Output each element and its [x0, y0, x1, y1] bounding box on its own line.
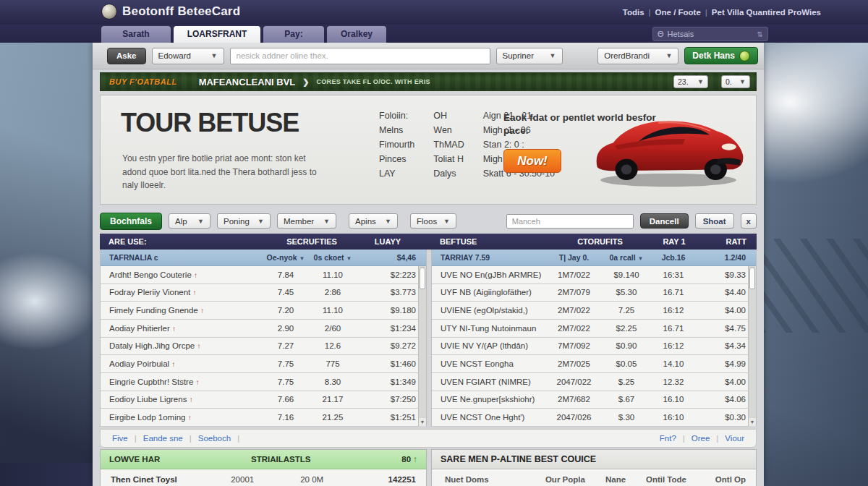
link-soeboch[interactable]: Soeboch: [198, 434, 231, 443]
col-ray1[interactable]: RAY 1: [652, 237, 696, 246]
best-col-1[interactable]: Nuet Doms: [442, 475, 537, 484]
row-amount: $0.30: [695, 413, 746, 422]
table-row[interactable]: UVE Ne.gnuper[skshiohr) 2M7/682 $.67 16.…: [432, 391, 756, 409]
supriner-select[interactable]: Supriner ▼: [496, 48, 563, 64]
row-date: 2M7/025: [547, 359, 601, 368]
right-table-scrollbar[interactable]: ▼: [748, 266, 756, 427]
row-name: Eirgibe Lodp 1oming ↑: [109, 413, 264, 422]
scroll-down-icon[interactable]: ▼: [749, 418, 756, 426]
table-row[interactable]: Fodray Pleriiy Vionent ↑ 7.45 2:86 $3.77…: [101, 284, 426, 302]
tab-sarath[interactable]: Sarath: [101, 26, 171, 43]
link-oree[interactable]: Oree: [692, 434, 710, 443]
table-header-bar: ARE USE: SECRUFTIES LUAYY BEFTUSE CTORUF…: [100, 234, 757, 250]
table-row[interactable]: UVE NO En(gJBh ARMRE) 1M7/022 $9.140 16:…: [432, 266, 756, 284]
tab-oralkey[interactable]: Oralkey: [327, 26, 386, 43]
aske-button[interactable]: Aske: [107, 48, 146, 64]
member-select[interactable]: Member▼: [277, 213, 336, 229]
subheader-day[interactable]: T| Jay 0.: [547, 253, 601, 262]
row-name: Ardht! Bengo Couterie ↑: [109, 270, 264, 279]
table-row[interactable]: UYF NB (Aigiinglofäther) 2M7/079 $5.30 1…: [432, 284, 756, 302]
scrollbar-thumb[interactable]: [749, 268, 755, 289]
best-col-3[interactable]: Nane: [594, 475, 637, 484]
event-count-value: 23.: [678, 77, 689, 86]
table-row[interactable]: Eodioy Liube Ligrens ↑ 7.66 21.17 $7:250: [101, 391, 426, 409]
alp-select[interactable]: Alp▼: [169, 213, 210, 229]
row-odds1: 7.27: [264, 341, 307, 350]
best-col-2[interactable]: Our Popla: [537, 475, 594, 484]
account-select[interactable]: Θ Hetsais ⇅: [652, 27, 768, 41]
col-are-use[interactable]: ARE USE:: [109, 237, 265, 246]
now-cta-button[interactable]: Now!: [503, 149, 561, 173]
col-beftuse[interactable]: BEFTUSE: [440, 237, 548, 246]
tab-loarsfrant[interactable]: LOARSFRANT: [174, 26, 260, 43]
scrollbar-thumb[interactable]: [420, 268, 425, 289]
bochnfals-button[interactable]: Bochnfals: [100, 213, 162, 230]
shoat-button[interactable]: Shoat: [695, 213, 734, 229]
col-ctorufits[interactable]: CTORUFITS: [548, 237, 652, 246]
table-row[interactable]: Ardht! Bengo Couterie ↑ 7.84 11.10 $2:22…: [101, 266, 426, 284]
table-row[interactable]: UVIENE (egOlp/stakid,) 2M7/022 7.25 16:1…: [432, 302, 756, 320]
table-row[interactable]: Eirgibe Lodp 1oming ↑ 7.16 21.25 $1:251: [101, 409, 426, 427]
subheader-amount: $4,46: [358, 253, 416, 262]
brand[interactable]: Beotonff BeteeCard: [101, 4, 240, 20]
best-col-4[interactable]: Ontil Tode: [637, 475, 695, 484]
poning-select[interactable]: Poning▼: [217, 213, 271, 229]
brand-logo-icon: [101, 4, 117, 20]
col-securties[interactable]: SECRUFTIES: [265, 237, 359, 246]
nav-link-prowies[interactable]: Pet Villa Quantired ProWies: [712, 8, 821, 17]
live-panel-row[interactable]: Then Cinet Toysl 20001 20 0M 142251: [101, 469, 426, 486]
row-amount: $9.180: [358, 306, 416, 315]
subheader-market[interactable]: TARRIAY 7.59: [441, 253, 547, 262]
best-col-5[interactable]: Ontl Op: [695, 475, 746, 484]
table-row[interactable]: Eingrie Cupbthr! Ststre ↑ 7.75 8.30 $1:3…: [101, 373, 426, 391]
buy-football-link[interactable]: BUY F'OATBALL: [109, 77, 177, 86]
nav-link-todis[interactable]: Todis: [623, 8, 644, 17]
subheader-sort-2[interactable]: 0s ckoet ▼: [307, 253, 358, 262]
up-arrow-icon: ↑: [413, 455, 417, 464]
event-count-select[interactable]: 23. ▼: [673, 75, 708, 88]
scroll-down-icon[interactable]: ▼: [419, 418, 426, 426]
link-eande-sne[interactable]: Eande sne: [143, 434, 183, 443]
table-row[interactable]: Aodiay Phitierler ↑ 2.90 2/60 $1:234: [101, 320, 426, 338]
tab-pay[interactable]: Pay:: [263, 26, 324, 43]
table-row[interactable]: UVEN FGIART (NIMRE) 2047/022 $.25 12.32 …: [432, 373, 756, 391]
subheader-market[interactable]: TAFRNALIA c: [109, 253, 264, 262]
close-button[interactable]: x: [741, 213, 757, 229]
col-luayy[interactable]: LUAYY: [359, 237, 417, 246]
subheader-rate: 1.2/40: [695, 253, 746, 262]
link-viour[interactable]: Viour: [725, 434, 744, 443]
subheader-sort[interactable]: 0a rcall ▼: [601, 253, 652, 262]
best-choice-header: SARE MEN P-ALTINE BEST COUICE: [432, 450, 756, 469]
edoward-select[interactable]: Edoward ▼: [152, 48, 224, 64]
search-input[interactable]: [230, 48, 490, 64]
user-icon: Θ: [658, 30, 664, 38]
nav-link-one-foote[interactable]: One / Foote: [655, 8, 701, 17]
link-fnt[interactable]: Fnt?: [660, 434, 676, 443]
table-search-input[interactable]: [506, 214, 634, 229]
hero-title: TOUR BETUSE: [121, 108, 299, 138]
row-amount: $4.40: [695, 288, 746, 297]
row-odds2: 11.10: [307, 306, 358, 315]
table-row[interactable]: UVIE NV Y/(AP (lthdân) 7M7/092 $0.90 16:…: [432, 338, 756, 356]
left-table-scrollbar[interactable]: ▼: [418, 266, 426, 427]
apins-select[interactable]: Apins▼: [349, 213, 398, 229]
event-zero-select[interactable]: 0. ▼: [721, 75, 750, 88]
table-row[interactable]: UVE NCST One Hght') 2047/026 $.30 16:10 …: [432, 409, 756, 427]
brand-select[interactable]: OrerdBrandi ▼: [597, 48, 678, 64]
subheader-sort-1[interactable]: Oe-nyok ▼: [264, 253, 307, 262]
live-panel: LOWVE HAR STRIAILASTLS 80 ↑ Then Cinet T…: [100, 449, 427, 486]
row-name: Fodray Pleriiy Vionent ↑: [109, 288, 264, 297]
cancel-button[interactable]: Dancell: [640, 213, 689, 229]
table-row[interactable]: UVE NCST Eongha 2M7/025 $0.05 14.10 $4.9…: [432, 355, 756, 373]
table-row[interactable]: UTY NI-Tung Nutoinmaun 2M7/022 $2.25 16.…: [432, 320, 756, 338]
table-row[interactable]: Dataly High.Jihg Orcpe ↑ 7.27 12.6 $9.27…: [101, 338, 426, 356]
link-five[interactable]: Five: [112, 434, 128, 443]
row-odds1: 7.66: [264, 395, 307, 404]
col-ratt[interactable]: RATT: [696, 237, 746, 246]
chevron-down-icon: ▼: [739, 78, 746, 85]
floos-select[interactable]: Floos▼: [410, 213, 456, 229]
table-row[interactable]: Aodiay Poirbuial ↑ 7.75 775 $1:460: [101, 355, 426, 373]
live-panel-count[interactable]: 80 ↑: [401, 455, 417, 464]
deposit-button[interactable]: Detk Hans: [684, 47, 758, 64]
table-row[interactable]: Fimely Funding Gnende ↑ 7.20 11.10 $9.18…: [101, 302, 426, 320]
